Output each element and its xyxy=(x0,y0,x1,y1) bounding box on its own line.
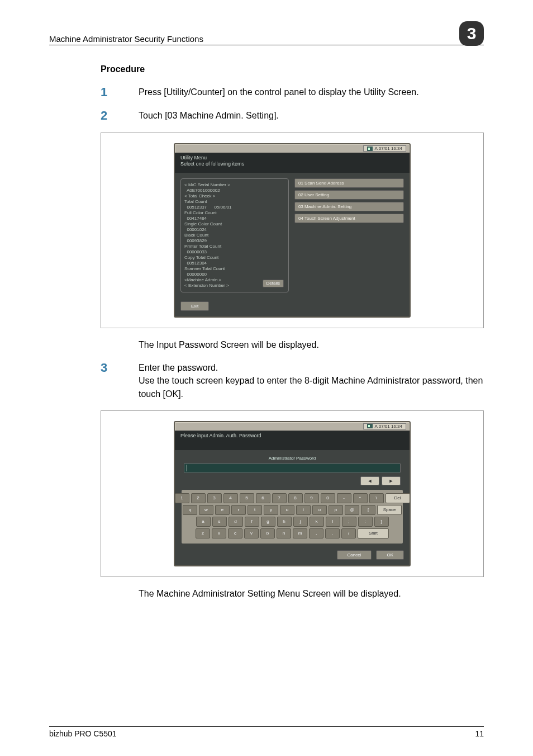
key-f[interactable]: f xyxy=(245,517,259,527)
stat-line: Printer Total Count xyxy=(184,244,285,249)
key-b[interactable]: b xyxy=(260,528,275,538)
kb-row-2: q w e r t y u i o p @ [ Space xyxy=(184,505,401,515)
dev2-topbar: A 07/01 16:34 xyxy=(175,422,410,431)
key-x[interactable]: x xyxy=(212,528,226,538)
memory-indicator: A 07/01 16:34 xyxy=(363,145,406,152)
stat-line: 00000033 xyxy=(184,249,285,255)
step-2: 2 Touch [03 Machine Admin. Setting]. xyxy=(101,109,484,122)
details-button[interactable]: Details xyxy=(263,280,284,287)
page-footer: bizhub PRO C5501 11 xyxy=(49,726,484,738)
key-t[interactable]: t xyxy=(248,505,262,515)
exit-button[interactable]: Exit xyxy=(180,301,209,311)
key-m[interactable]: m xyxy=(293,528,307,538)
key-y[interactable]: y xyxy=(264,505,278,515)
device-screen-2: A 07/01 16:34 Please input Admin. Auth. … xyxy=(174,421,411,566)
key-8[interactable]: 8 xyxy=(288,493,303,503)
key-9[interactable]: 9 xyxy=(304,493,319,503)
key-caret[interactable]: ^ xyxy=(353,493,368,503)
menu-touch-screen-adjustment[interactable]: 04 Touch Screen Adjustment xyxy=(294,214,404,223)
key-i[interactable]: i xyxy=(296,505,311,515)
ok-button[interactable]: OK xyxy=(376,550,404,560)
screenshot-utility-menu: A 07/01 16:34 Utility Menu Select one of… xyxy=(101,133,484,328)
menu-user-setting[interactable]: 02 User Setting xyxy=(294,190,404,200)
key-a[interactable]: a xyxy=(196,517,211,527)
key-2[interactable]: 2 xyxy=(191,493,206,503)
key-7[interactable]: 7 xyxy=(272,493,287,503)
key-6[interactable]: 6 xyxy=(256,493,270,503)
menu-scan-send-address[interactable]: 01 Scan Send Address xyxy=(294,178,404,188)
key-c[interactable]: c xyxy=(228,528,242,538)
step-2-number: 2 xyxy=(101,109,139,122)
key-r[interactable]: r xyxy=(231,505,246,515)
key-e[interactable]: e xyxy=(215,505,230,515)
stat-line: 00001024 xyxy=(184,227,285,233)
stat-line: Scanner Total Count xyxy=(184,266,285,272)
memory-text: A 07/01 16:34 xyxy=(375,146,402,151)
kb-row-4: z x c v b n m , . / Shift xyxy=(184,528,401,538)
device-screen-1: A 07/01 16:34 Utility Menu Select one of… xyxy=(174,143,411,318)
cursor-arrow-row: ◄ ► xyxy=(180,476,404,489)
dev1-body: < M/C Serial Number > A0E7001000002 < To… xyxy=(175,173,410,298)
key-semicolon[interactable]: ; xyxy=(342,517,356,527)
key-colon[interactable]: : xyxy=(358,517,373,527)
key-n[interactable]: n xyxy=(277,528,291,538)
chapter-number-badge: 3 xyxy=(459,21,484,46)
key-at[interactable]: @ xyxy=(345,505,359,515)
key-comma[interactable]: , xyxy=(309,528,323,538)
key-d[interactable]: d xyxy=(229,517,243,527)
key-k[interactable]: k xyxy=(310,517,324,527)
password-input[interactable] xyxy=(184,463,401,473)
key-slash[interactable]: / xyxy=(341,528,356,538)
key-lbracket[interactable]: [ xyxy=(361,505,375,515)
stat-line: Black Count xyxy=(184,233,285,238)
footer-page-number: 11 xyxy=(475,729,484,738)
screenshot-password-entry: A 07/01 16:34 Please input Admin. Auth. … xyxy=(101,410,484,577)
cursor-left-button[interactable]: ◄ xyxy=(360,476,379,485)
key-3[interactable]: 3 xyxy=(207,493,222,503)
key-4[interactable]: 4 xyxy=(223,493,238,503)
key-q[interactable]: q xyxy=(183,505,197,515)
key-rbracket[interactable]: ] xyxy=(374,517,389,527)
key-period[interactable]: . xyxy=(325,528,340,538)
key-w[interactable]: w xyxy=(199,505,213,515)
key-s[interactable]: s xyxy=(212,517,227,527)
key-space[interactable]: Space xyxy=(377,505,402,515)
stat-line: Single Color Count xyxy=(184,221,285,227)
key-1[interactable]: 1 xyxy=(175,493,189,503)
key-v[interactable]: v xyxy=(244,528,259,538)
menu-panel: 01 Scan Send Address 02 User Setting 03 … xyxy=(294,178,404,292)
key-shift[interactable]: Shift xyxy=(358,528,389,538)
stat-line: < Total Check > xyxy=(184,193,285,199)
dev2-body: Administrator Password ◄ ► 1 2 3 4 5 6 xyxy=(175,450,410,547)
step-2-text: Touch [03 Machine Admin. Setting]. xyxy=(139,109,279,122)
key-u[interactable]: u xyxy=(280,505,294,515)
key-l[interactable]: l xyxy=(326,517,340,527)
step-3-number: 3 xyxy=(101,361,139,400)
key-j[interactable]: j xyxy=(293,517,308,527)
step-3-text: Enter the password. Use the touch screen… xyxy=(139,361,484,400)
key-hyphen[interactable]: - xyxy=(337,493,351,503)
step-3-line2: Use the touch screen keypad to enter the… xyxy=(139,376,483,398)
step-1-text: Press [Utility/Counter] on the control p… xyxy=(139,86,419,99)
cursor-right-button[interactable]: ► xyxy=(382,476,401,485)
password-field-label: Administrator Password xyxy=(180,456,404,461)
key-g[interactable]: g xyxy=(261,517,275,527)
key-p[interactable]: p xyxy=(329,505,343,515)
key-backslash[interactable]: \ xyxy=(369,493,384,503)
dev1-title-line2: Select one of following items xyxy=(180,161,404,167)
text-cursor-icon xyxy=(187,465,187,471)
cancel-button[interactable]: Cancel xyxy=(337,550,372,560)
stat-line: 00512337 05/06/01 xyxy=(184,205,285,210)
key-h[interactable]: h xyxy=(277,517,292,527)
menu-machine-admin-setting[interactable]: 03 Machine Admin. Setting xyxy=(294,202,404,211)
key-z[interactable]: z xyxy=(196,528,210,538)
key-del[interactable]: Del xyxy=(386,493,410,503)
key-5[interactable]: 5 xyxy=(240,493,254,503)
content-area: Procedure 1 Press [Utility/Counter] on t… xyxy=(101,64,484,600)
onscreen-keyboard: 1 2 3 4 5 6 7 8 9 0 - ^ \ Del xyxy=(182,490,403,544)
key-0[interactable]: 0 xyxy=(321,493,335,503)
stat-line: Total Count xyxy=(184,199,285,205)
stat-line: 00093829 xyxy=(184,238,285,244)
key-o[interactable]: o xyxy=(312,505,327,515)
dev2-title: Please input Admin. Auth. Password xyxy=(175,431,410,450)
